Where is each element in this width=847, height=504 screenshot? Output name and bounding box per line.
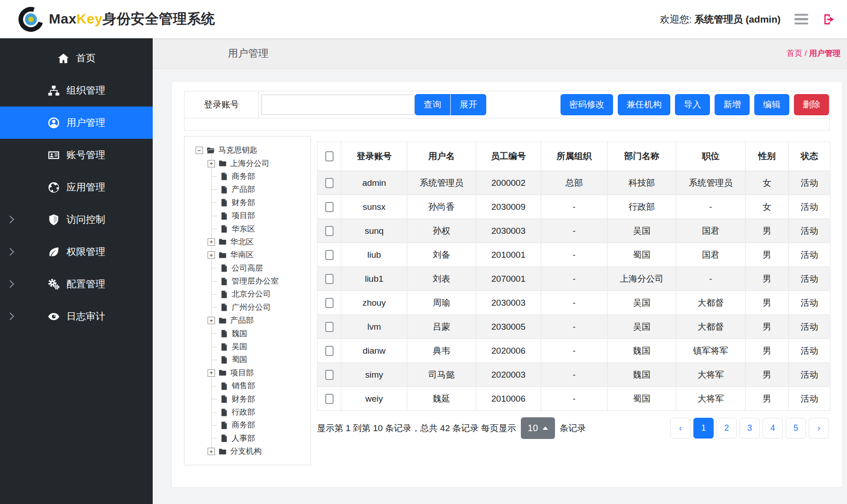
- tree-item-label[interactable]: 吴国: [232, 341, 247, 352]
- tree-item[interactable]: 商务部: [208, 419, 308, 432]
- tree-collapse-icon[interactable]: −: [196, 147, 203, 154]
- row-checkbox[interactable]: [325, 250, 334, 260]
- tree-item[interactable]: 广州分公司: [208, 301, 308, 314]
- menu-toggle-icon[interactable]: [793, 12, 810, 27]
- page-button-2[interactable]: 2: [716, 418, 737, 439]
- expand-button[interactable]: 展开: [451, 94, 486, 115]
- tree-item[interactable]: 产品部: [208, 183, 308, 196]
- tree-item[interactable]: 财务部: [208, 392, 308, 405]
- tree-expand-icon[interactable]: +: [208, 317, 215, 324]
- tree-item[interactable]: + 分支机构: [208, 445, 308, 458]
- tree-item[interactable]: 蜀国: [208, 353, 308, 366]
- tree-item[interactable]: 北京分公司: [208, 288, 308, 301]
- tree-item-label[interactable]: 销售部: [232, 380, 255, 391]
- tree-item-label[interactable]: 财务部: [232, 197, 255, 208]
- page-size-dropdown[interactable]: 10: [521, 417, 555, 439]
- tree-item-label[interactable]: 财务部: [232, 394, 255, 405]
- logout-icon[interactable]: [822, 12, 836, 26]
- tree-root-label[interactable]: 马克思钥匙: [218, 145, 257, 156]
- sidebar-item-home[interactable]: 首页: [0, 42, 153, 74]
- tree-item-label[interactable]: 项目部: [232, 210, 255, 221]
- query-button[interactable]: 查询: [415, 94, 450, 115]
- tree-root[interactable]: − 马克思钥匙: [189, 144, 308, 157]
- pager-prev-button[interactable]: ‹: [670, 418, 691, 439]
- select-all-checkbox[interactable]: [325, 151, 334, 161]
- add-button[interactable]: 新增: [715, 94, 750, 115]
- tree-expand-icon[interactable]: +: [208, 160, 215, 167]
- tree-item[interactable]: 商务部: [208, 170, 308, 183]
- row-checkbox[interactable]: [325, 226, 334, 236]
- breadcrumb-home-link[interactable]: 首页: [787, 49, 802, 58]
- sidebar-item-apps[interactable]: 应用管理: [0, 171, 153, 203]
- tree-item[interactable]: + 上海分公司: [208, 157, 308, 170]
- tree-item[interactable]: 魏国: [208, 327, 308, 340]
- sidebar-item-org[interactable]: 组织管理: [0, 74, 153, 107]
- tree-expand-icon[interactable]: +: [208, 448, 215, 455]
- row-checkbox[interactable]: [325, 370, 334, 380]
- tree-item[interactable]: 管理层办公室: [208, 275, 308, 288]
- page-button-1[interactable]: 1: [693, 418, 714, 439]
- tree-item[interactable]: 华东区: [208, 222, 308, 235]
- tree-item-label[interactable]: 北京分公司: [232, 289, 271, 300]
- tree-item-label[interactable]: 产品部: [230, 315, 254, 326]
- tree-item[interactable]: 项目部: [208, 209, 308, 222]
- tree-expand-icon[interactable]: +: [208, 238, 215, 246]
- sidebar-item-permissions[interactable]: 权限管理: [0, 236, 153, 268]
- tree-item-label[interactable]: 公司高层: [232, 263, 263, 274]
- tree-item-label[interactable]: 华北区: [230, 237, 254, 248]
- row-checkbox[interactable]: [325, 322, 334, 332]
- tree-item-label[interactable]: 魏国: [232, 328, 247, 339]
- import-button[interactable]: 导入: [675, 94, 710, 115]
- tree-item-label[interactable]: 商务部: [232, 420, 255, 431]
- edit-button[interactable]: 编辑: [754, 94, 789, 115]
- tree-item[interactable]: + 华南区: [208, 249, 308, 261]
- row-checkbox[interactable]: [325, 202, 334, 212]
- page-button-3[interactable]: 3: [740, 418, 760, 439]
- row-checkbox[interactable]: [325, 298, 334, 308]
- tree-item-label[interactable]: 华东区: [232, 224, 255, 235]
- tree-item[interactable]: 人事部: [208, 432, 308, 445]
- tree-item-label[interactable]: 分支机构: [230, 446, 262, 457]
- tree-item-label[interactable]: 蜀国: [232, 354, 247, 365]
- row-checkbox[interactable]: [325, 346, 334, 356]
- tree-item-label[interactable]: 产品部: [232, 184, 255, 195]
- table-cell: 男: [746, 315, 789, 339]
- page-button-5[interactable]: 5: [786, 418, 806, 439]
- sidebar-item-config[interactable]: 配置管理: [0, 268, 153, 300]
- tree-item[interactable]: + 华北区: [208, 236, 308, 249]
- table-cell: 男: [746, 291, 789, 315]
- sidebar-item-accounts[interactable]: 账号管理: [0, 139, 153, 171]
- tree-item-label[interactable]: 行政部: [232, 407, 255, 418]
- tree-item-label[interactable]: 华南区: [230, 249, 254, 261]
- row-checkbox[interactable]: [325, 274, 334, 284]
- tree-item[interactable]: 吴国: [208, 340, 308, 353]
- tree-item[interactable]: + 产品部: [208, 314, 308, 327]
- page-button-4[interactable]: 4: [763, 418, 783, 439]
- sidebar-item-users[interactable]: 用户管理: [0, 107, 153, 139]
- tree-item-label[interactable]: 项目部: [230, 368, 254, 379]
- sidebar-item-audit[interactable]: 日志审计: [0, 300, 153, 332]
- page-title-bar: 用户管理 首页/用户管理: [153, 38, 847, 69]
- tree-item[interactable]: + 项目部: [208, 367, 308, 379]
- tree-item[interactable]: 销售部: [208, 379, 308, 392]
- tree-item[interactable]: 财务部: [208, 196, 308, 209]
- tree-expand-icon[interactable]: +: [208, 251, 215, 259]
- column-header-7: 性别: [746, 142, 789, 171]
- row-checkbox[interactable]: [325, 394, 334, 404]
- tree-item-label[interactable]: 广州分公司: [232, 302, 271, 313]
- sidebar-item-access[interactable]: 访问控制: [0, 203, 153, 236]
- tree-item[interactable]: 公司高层: [208, 262, 308, 275]
- password-modify-button[interactable]: 密码修改: [561, 94, 613, 115]
- tree-item[interactable]: 行政部: [208, 406, 308, 419]
- pagination-info-after: 条记录: [560, 422, 586, 434]
- pager-next-button[interactable]: ›: [809, 418, 829, 439]
- tree-expand-icon[interactable]: +: [208, 369, 215, 377]
- tree-item-label[interactable]: 商务部: [232, 171, 255, 182]
- concurrent-org-button[interactable]: 兼任机构: [618, 94, 670, 115]
- row-checkbox[interactable]: [325, 178, 334, 188]
- login-account-input[interactable]: [261, 95, 415, 115]
- delete-button[interactable]: 删除: [794, 94, 829, 115]
- tree-item-label[interactable]: 上海分公司: [230, 158, 269, 169]
- tree-item-label[interactable]: 人事部: [232, 433, 255, 444]
- tree-item-label[interactable]: 管理层办公室: [232, 276, 279, 287]
